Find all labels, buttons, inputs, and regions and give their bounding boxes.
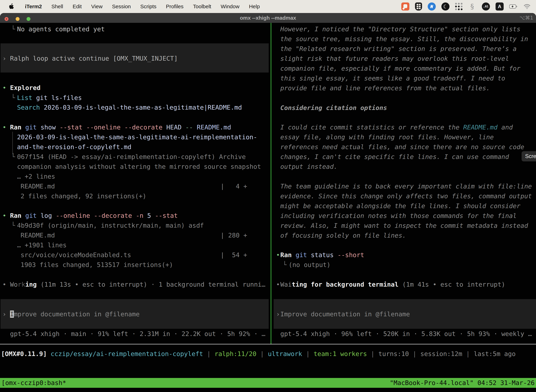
omx-status-bar: [OMX#0.11.9] cczip/essay/ai-reimplementa… <box>0 344 536 378</box>
wifi-icon[interactable] <box>523 2 531 10</box>
terminal-line: of focusing solely on file lines. <box>274 231 536 240</box>
terminal-line: The team guideline is to back every impo… <box>274 182 536 191</box>
a-square-icon[interactable]: A <box>496 2 504 10</box>
terminal-line: changes, I can't cite specific file line… <box>274 152 536 162</box>
terminal-line: README.md| 280 + <box>0 230 270 240</box>
terminal-line: ›Ralph loop active continue [OMX_TMUX_IN… <box>0 54 270 63</box>
menu-item-help[interactable]: Help <box>249 4 260 9</box>
terminal-line: •Ran git show --stat --oneline --decorat… <box>0 122 270 132</box>
moon-icon[interactable]: ☾ <box>441 2 450 10</box>
window-shortcut-badge: ⌥⌘1 <box>519 13 533 23</box>
terminal-line: [OMX#0.11.9] cczip/essay/ai-reimplementa… <box>0 349 536 359</box>
terminal-line: •Ran git log --oneline --decorate -n 5 -… <box>0 211 270 221</box>
terminal-line: the source tree, missing the essay. Stil… <box>274 34 536 44</box>
terminal-line: review. Also, I might want to inspect th… <box>274 221 536 231</box>
tmux-status-bar: [omx-cczip0:bash* "MacBook-Pro-44.local"… <box>0 378 536 388</box>
terminal-line: … +1901 lines <box>0 240 270 250</box>
terminal-line: •Working (11m 13s • esc to interrupt) · … <box>0 280 270 289</box>
terminal-line: I could cite commit statistics or refere… <box>274 122 536 132</box>
chat-bubble-shape <box>403 4 407 8</box>
window-title: omx --xhigh --madmax <box>0 13 536 23</box>
apple-icon[interactable] <box>7 2 15 10</box>
terminal-line: 1903 files changed, 513517 insertions(+) <box>0 260 270 270</box>
menu-bar: iTerm2 Shell Edit View Session Scripts P… <box>0 0 536 13</box>
tmux-session-window[interactable]: [omx-cczip0:bash* <box>1 378 66 388</box>
terminal-line: However, I noticed the "Directory Struct… <box>274 24 536 34</box>
terminal-line: •Ran git status --short <box>274 250 536 260</box>
terminal-line: slight risk that future readers may over… <box>274 54 536 64</box>
tmux-host-clock: "MacBook-Pro-44.local" 04:52 31-Mar-26 <box>390 378 535 388</box>
menubar-app-name[interactable]: iTerm2 <box>25 4 42 9</box>
terminal-pane-left[interactable]: └No agents completed yet›Ralph loop acti… <box>0 23 270 344</box>
terminal-line: •Waiting for background terminal (1m 41s… <box>274 280 536 289</box>
terminal-line: gpt-5.4 xhigh · 96% left · 520K in · 5.8… <box>274 329 536 339</box>
terminal-line: provide file and line references from th… <box>274 83 536 93</box>
terminal-line: including verification notes with those … <box>274 211 536 221</box>
chat-app-icon[interactable] <box>401 2 409 10</box>
terminal-line: └(no output) <box>274 260 536 270</box>
menu-item-profiles[interactable]: Profiles <box>166 4 183 9</box>
terminal-line: ›Improve documentation in @filename <box>274 309 536 319</box>
terminal-line: this single essay, it seems like a good … <box>274 73 536 83</box>
menu-item-view[interactable]: View <box>91 4 103 9</box>
terminal-line: Search 2026-03-09-is-legal-the-same-as-l… <box>0 103 270 112</box>
terminal-line: └067f154 (HEAD -> essay/ai-reimplementat… <box>0 152 270 162</box>
bolt-badge-icon[interactable] <box>428 2 436 10</box>
terminal-line: gpt-5.4 xhigh · main · 91% left · 2.31M … <box>0 329 270 339</box>
terminal-line: companion analysis without altering the … <box>0 162 270 172</box>
squiggle-icon[interactable]: § <box>468 2 476 10</box>
terminal-pane-right[interactable]: However, I noticed the "Directory Struct… <box>274 23 536 344</box>
terminal-line: └No agents completed yet <box>0 24 270 34</box>
iterm2-window: omx --xhigh --madmax ⌥⌘1 └No agents comp… <box>0 13 536 392</box>
terminal-line: and-the-erosion-of-copyleft.md <box>0 142 270 152</box>
battery-icon[interactable] <box>509 2 517 10</box>
menu-item-toolbelt[interactable]: Toolbelt <box>193 4 211 9</box>
terminal-line: 2026-03-09-is-legal-the-same-as-legitima… <box>0 132 270 142</box>
menu-item-session[interactable]: Session <box>112 4 131 9</box>
terminal-line: references need actual files, and since … <box>274 142 536 152</box>
terminal-line: evidence. Since this change only affects… <box>274 191 536 201</box>
menu-item-edit[interactable]: Edit <box>73 4 82 9</box>
terminal-line: output instead. <box>274 162 536 172</box>
terminal-line: companion file, especially if more comme… <box>274 64 536 73</box>
apple-logo-glyph <box>9 3 14 10</box>
menu-item-shell[interactable]: Shell <box>51 4 63 9</box>
terminal-line: ›Improve documentation in @filename <box>0 309 270 319</box>
terminal-line: └List git ls-files <box>0 93 270 103</box>
window-title-bar[interactable]: omx --xhigh --madmax ⌥⌘1 <box>0 13 536 23</box>
terminal-line: … +2 lines <box>0 172 270 182</box>
menu-item-scripts[interactable]: Scripts <box>140 4 157 9</box>
badge-61-icon[interactable]: ..61 <box>482 2 490 10</box>
terminal-line: the "Related research writing" section i… <box>274 44 536 54</box>
menu-item-window[interactable]: Window <box>221 4 239 9</box>
terminal-line: might be acceptable alongside the file l… <box>274 201 536 211</box>
terminal-line: README.md| 4 + <box>0 182 270 191</box>
screenshot-notification[interactable]: Scre <box>522 151 536 161</box>
terminal-line: └4b9d30f (origin/main, instructkr/main, … <box>0 221 270 230</box>
grid-dots-icon[interactable] <box>455 3 463 10</box>
terminal-line: src/voice/voiceModeEnabled.ts| 54 + <box>0 250 270 260</box>
terminal-line: 2 files changed, 92 insertions(+) <box>0 191 270 201</box>
terminal-line: essay file, along with finding root file… <box>274 132 536 142</box>
terminal-line: Considering citation options <box>274 103 536 113</box>
shield-grid-icon[interactable] <box>415 2 422 10</box>
terminal-line: •Explored <box>0 83 270 93</box>
pane-divider[interactable] <box>271 23 271 344</box>
